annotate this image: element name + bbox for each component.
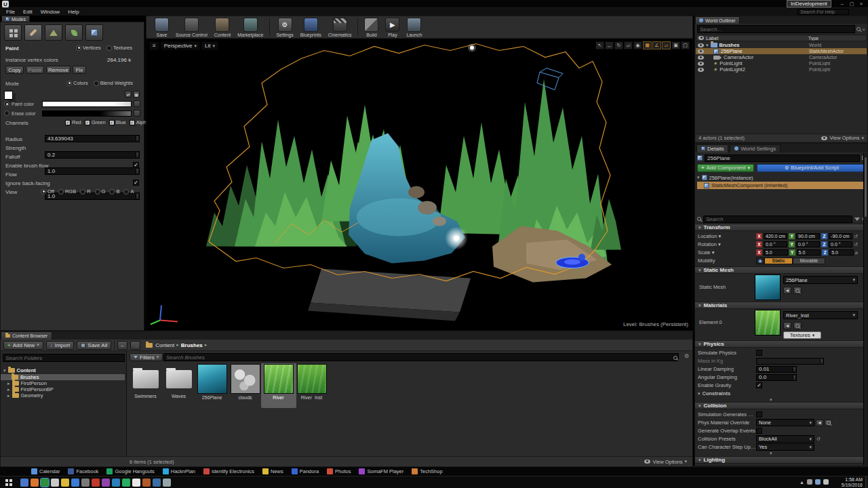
bookmark-item[interactable]: News [262,468,283,474]
view-g[interactable]: G [95,188,106,195]
content-button[interactable]: Content [212,17,234,38]
cinematics-button[interactable]: Cinematics [326,17,355,38]
menu-window[interactable]: Window [37,9,63,15]
blueprint-add-script-button[interactable]: ⚙Blueprint/Add Script [757,164,867,172]
location-z-field[interactable]: -90.0 cm [829,233,852,239]
collision-presets-dropdown[interactable]: BlockAll▾ [756,435,814,443]
taskbar-icon[interactable] [20,479,28,487]
taskbar-icon[interactable] [122,479,130,487]
outliner-row-pointlight[interactable]: ☀ PointLight PointLight [696,60,867,66]
bookmark-item[interactable]: Pandora [292,468,319,474]
mobility-movable-button[interactable]: Movable [793,258,825,264]
outliner-row-cameraactor[interactable]: CameraActor CameraActor [696,54,867,60]
component-child-row[interactable]: StaticMeshComponent (Inherited) [697,182,867,189]
radius-field[interactable]: 43.639043 [45,135,140,142]
mode-place-button[interactable] [4,24,22,41]
source-control-button[interactable]: Source Control [173,17,210,38]
expander-icon[interactable]: ▾ [3,368,6,373]
world-outliner-tab[interactable]: World Outliner [695,16,740,24]
taskbar-icon[interactable] [153,479,161,487]
eye-icon[interactable] [698,62,704,66]
spinner-handle-icon[interactable] [793,367,795,371]
eye-icon[interactable] [698,43,704,47]
save-button[interactable]: Save [152,17,172,38]
menu-help[interactable]: Help [64,9,82,15]
spinner-handle-icon[interactable] [136,169,138,174]
textures-dropdown[interactable]: Textures▾ [783,331,821,339]
radio-colors[interactable]: Colors [66,80,88,86]
details-search-input[interactable] [703,216,852,223]
phys-material-dropdown[interactable]: None▾ [756,419,814,426]
static-mesh-dropdown[interactable]: 256Plane▾ [783,276,858,284]
breadcrumb-brushes[interactable]: Brushes [181,342,203,348]
ignore-backfacing-checkbox[interactable] [133,180,139,186]
menu-edit[interactable]: Edit [20,9,36,15]
add-component-button[interactable]: +Add Component▾ [697,164,754,172]
simulate-physics-checkbox[interactable] [756,350,762,356]
expander-icon[interactable]: ▸ [7,381,10,386]
tray-icon[interactable] [823,479,829,485]
mobility-static-button[interactable]: Static [764,258,793,264]
browse-icon[interactable] [825,420,832,426]
add-new-button[interactable]: +Add New▾ [3,341,43,350]
eye-icon[interactable] [698,68,704,72]
erase-color-radio[interactable] [4,110,9,116]
scale-z-field[interactable]: 5.0 [829,249,854,256]
strength-field[interactable]: 0.2 [45,151,140,159]
collision-expander[interactable]: ▾ [770,451,772,456]
taskbar-clock[interactable]: 1:58 AM 5/19/2016 [831,477,863,488]
erase-color-picker-button[interactable] [134,110,140,117]
rotation-z-field[interactable]: 0.0 ° [829,241,852,247]
world-space-icon[interactable]: ◉ [633,41,642,49]
maximize-viewport-icon[interactable]: ▢ [681,41,690,49]
import-button[interactable]: ↓Import [46,341,75,350]
taskbar-icon[interactable] [81,479,90,487]
bookmark-item[interactable]: Google Hangouts [106,468,154,474]
actor-name-field[interactable] [705,155,860,162]
mode-paint-button[interactable] [24,24,42,41]
channel-blue[interactable]: Blue [109,119,126,125]
maximize-button[interactable]: ▢ [848,1,856,7]
reset-icon[interactable]: ↺ [854,234,858,239]
rotate-tool-icon[interactable]: ↻ [614,41,623,49]
taskbar-icon[interactable] [61,479,69,487]
use-selected-icon[interactable]: ◂ [816,420,823,426]
filter-funnel-icon[interactable] [854,218,860,221]
mode-geometry-button[interactable] [85,24,103,41]
scrollbar-thumb[interactable] [865,157,867,217]
view-off[interactable]: Off [41,188,54,195]
tree-item-brushes[interactable]: Brushes [1,374,125,380]
paint-color-bar[interactable] [42,101,132,107]
view-b[interactable]: B [109,188,119,195]
taskbar-icon[interactable] [41,479,49,487]
grid-snap-icon[interactable]: ▦ [643,41,652,49]
taskbar-icon[interactable] [92,479,100,487]
tree-item-firstperson[interactable]: ▸FirstPerson [1,380,125,386]
expander-icon[interactable]: ▸ [7,393,10,399]
tray-icon[interactable] [815,479,821,485]
paste-button[interactable]: Paste [26,66,44,74]
overlap-events-checkbox[interactable] [756,428,762,434]
transform-section-header[interactable]: ▾Transform [695,224,867,231]
enable-gravity-checkbox[interactable] [756,382,762,388]
hit-events-checkbox[interactable] [756,411,762,418]
constraints-row[interactable]: ▾Constraints [698,390,858,397]
linear-damping-field[interactable]: 0.01 [756,366,797,373]
clear-search-icon[interactable]: × [862,26,865,33]
bookmark-item[interactable]: Photos [327,468,351,474]
outliner-search-input[interactable] [697,25,855,33]
forward-button[interactable]: → [130,341,140,350]
scale-x-field[interactable]: 5.0 [764,249,788,256]
scale-label[interactable]: Scale ▾ [698,249,756,256]
component-root-row[interactable]: ▾256Plane(Instance) [697,174,867,181]
color-grid-button[interactable]: ▦ [133,91,140,98]
camera-mode-dropdown[interactable]: Perspective▾ [161,41,200,50]
falloff-field[interactable]: 1.0 [45,167,140,175]
minimize-button[interactable]: – [838,1,846,7]
bookmark-item[interactable]: HacknPlan [163,468,195,474]
taskbar-icon[interactable] [163,479,171,487]
details-scrollbar[interactable] [863,153,867,465]
asset-clouds[interactable]: clouds [229,364,261,400]
label-column-header[interactable]: Label [706,35,806,41]
channel-red[interactable]: Red [65,119,81,125]
